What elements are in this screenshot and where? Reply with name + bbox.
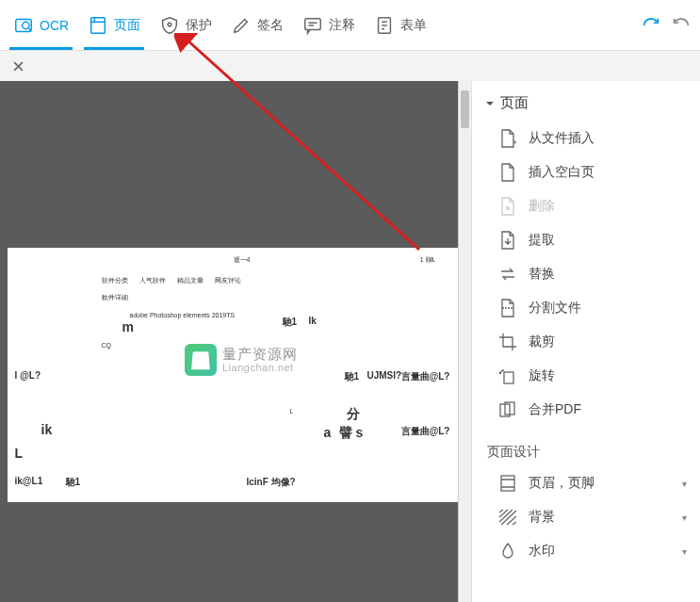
document-tab-bar [0,51,700,81]
redo-button[interactable] [636,0,666,50]
watermark-logo-icon [185,344,217,376]
shield-icon [159,15,180,36]
page-actions-list: 从文件插入 插入空白页 删除 提取 替换 分割文件 [472,118,700,431]
action-split[interactable]: 分割文件 [472,291,700,325]
chevron-down-icon: ▾ [682,513,687,523]
toolbar-sign[interactable]: 签名 [221,0,293,50]
swap-icon [498,265,517,284]
pen-icon [231,15,252,36]
watermark-title: 量产资源网 [222,347,298,363]
toolbar-protect[interactable]: 保护 [150,0,221,50]
file-extract-icon [498,231,517,250]
toolbar-comment-label: 注释 [329,17,355,34]
right-panel: 页面 从文件插入 插入空白页 删除 提取 替换 [471,81,700,602]
main-area: 遁一4 1 聊L 软件分类 人气软件 精品文章 网友评论 軟件详細 adobe … [0,81,700,602]
action-extract[interactable]: 提取 [472,223,700,257]
chevron-down-icon: ▾ [682,479,687,489]
comment-icon [302,15,323,36]
main-toolbar: OCR 页面 保护 签名 注释 表单 [0,0,700,51]
toolbar-comment[interactable]: 注释 [293,0,365,50]
action-background[interactable]: 背景 ▾ [472,500,700,534]
svg-point-1 [23,22,29,28]
svg-rect-9 [501,476,514,491]
file-split-icon [498,299,517,317]
toolbar-page[interactable]: 页面 [78,0,150,50]
page-icon [88,15,108,36]
file-plus-icon [498,129,517,148]
watermark-overlay: 量产资源网 Liangchan.net [185,344,298,376]
undo-button[interactable] [666,0,696,50]
action-watermark[interactable]: 水印 ▾ [472,534,700,568]
panel-header-page[interactable]: 页面 [472,89,700,118]
watermark-icon [498,542,517,561]
panel-design-header: 页面设计 [472,431,700,466]
toolbar-sign-label: 签名 [257,17,284,34]
ocr-icon [13,15,34,36]
action-replace[interactable]: 替换 [472,257,700,291]
document-viewer[interactable]: 遁一4 1 聊L 软件分类 人气软件 精品文章 网友评论 軟件详細 adobe … [0,81,471,602]
toolbar-protect-label: 保护 [186,17,212,34]
svg-rect-6 [504,372,513,383]
file-delete-icon [498,197,517,216]
document-scrollbar[interactable] [458,81,471,602]
crop-icon [498,333,517,351]
tab-close-button[interactable] [4,51,32,81]
svg-rect-2 [91,17,106,33]
toolbar-ocr[interactable]: OCR [4,0,78,50]
svg-point-3 [168,23,171,26]
action-rotate[interactable]: 旋转 [472,359,700,393]
action-header-footer[interactable]: 页眉，页脚 ▾ [472,466,700,500]
merge-icon [498,400,517,419]
watermark-url: Liangchan.net [222,362,298,373]
action-insert-from-file[interactable]: 从文件插入 [472,122,700,155]
form-icon [374,15,395,36]
scrollbar-thumb[interactable] [461,90,469,128]
toolbar-form[interactable]: 表单 [365,0,436,50]
action-insert-blank[interactable]: 插入空白页 [472,155,700,189]
background-icon [498,508,517,527]
svg-rect-4 [305,18,321,29]
action-delete[interactable]: 删除 [472,189,700,223]
chevron-down-icon [485,99,495,108]
header-footer-icon [498,474,517,493]
toolbar-page-label: 页面 [114,17,140,34]
rotate-icon [498,366,517,385]
toolbar-form-label: 表单 [400,17,427,34]
chevron-down-icon: ▾ [682,546,687,557]
action-merge[interactable]: 合并PDF [472,393,700,427]
file-blank-icon [498,163,517,182]
panel-header-label: 页面 [500,94,529,112]
toolbar-ocr-label: OCR [40,18,69,33]
action-crop[interactable]: 裁剪 [472,325,700,359]
document-page: 遁一4 1 聊L 软件分类 人气软件 精品文章 网友评论 軟件详細 adobe … [8,248,464,502]
